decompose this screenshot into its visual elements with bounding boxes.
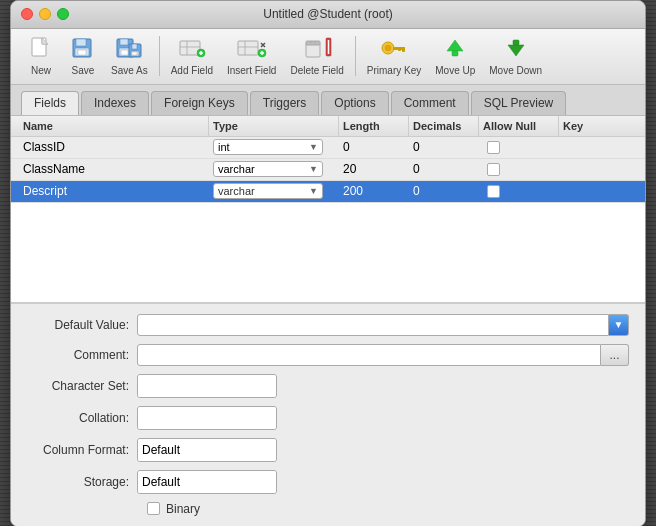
row1-type-select[interactable]: int ▼ (213, 139, 323, 155)
col-allow-null: Allow Null (479, 116, 559, 136)
svg-rect-37 (402, 47, 405, 52)
col-name: Name (19, 116, 209, 136)
row1-type-arrow: ▼ (309, 142, 318, 152)
add-field-label: Add Field (171, 65, 213, 76)
save-label: Save (72, 65, 95, 76)
delete-field-label: Delete Field (290, 65, 343, 76)
save-as-button[interactable]: Save As (105, 35, 154, 78)
table-row[interactable]: ClassID int ▼ 0 0 (11, 137, 645, 159)
row2-allow-null-checkbox[interactable] (487, 163, 500, 176)
row3-allow-null (479, 183, 559, 200)
svg-rect-38 (398, 47, 401, 51)
add-field-button[interactable]: Add Field (165, 35, 219, 78)
default-value-input[interactable] (137, 314, 609, 336)
tab-options[interactable]: Options (321, 91, 388, 115)
save-button[interactable]: Save (63, 35, 103, 78)
insert-field-label: Insert Field (227, 65, 276, 76)
comment-label: Comment: (27, 348, 137, 362)
svg-rect-29 (306, 41, 320, 45)
storage-row: Storage: ▲ ▼ (27, 470, 629, 494)
storage-select: ▲ ▼ (137, 470, 277, 494)
table-row[interactable]: Descript varchar ▼ 200 0 (11, 181, 645, 203)
collation-row: Collation: ▲ ▼ (27, 406, 629, 430)
col-type: Type (209, 116, 339, 136)
move-down-button[interactable]: Move Down (483, 35, 548, 78)
tab-fields[interactable]: Fields (21, 91, 79, 115)
collation-select: ▲ ▼ (137, 406, 277, 430)
collation-label: Collation: (27, 411, 137, 425)
row2-type-select[interactable]: varchar ▼ (213, 161, 323, 177)
row3-key (559, 189, 619, 193)
close-button[interactable] (21, 8, 33, 20)
save-icon (71, 37, 95, 63)
svg-point-35 (385, 45, 391, 51)
svg-rect-13 (132, 52, 137, 55)
add-field-icon (178, 37, 206, 63)
move-up-icon (444, 37, 466, 63)
tab-comment[interactable]: Comment (391, 91, 469, 115)
tab-foreign-keys[interactable]: Foreign Keys (151, 91, 248, 115)
delete-field-button[interactable]: Delete Field (284, 35, 349, 78)
binary-label: Binary (166, 502, 200, 516)
character-set-label: Character Set: (27, 379, 137, 393)
toolbar-separator-2 (355, 36, 356, 76)
comment-input[interactable] (137, 344, 601, 366)
comment-dots-button[interactable]: ... (601, 344, 629, 366)
table-row[interactable]: ClassName varchar ▼ 20 0 (11, 159, 645, 181)
new-icon (29, 37, 53, 63)
binary-checkbox[interactable] (147, 502, 160, 515)
default-value-arrow-btn[interactable]: ▼ (609, 314, 629, 336)
character-set-input[interactable] (138, 375, 277, 397)
move-up-button[interactable]: Move Up (429, 35, 481, 78)
svg-rect-40 (452, 51, 458, 56)
svg-rect-20 (238, 41, 258, 55)
row3-allow-null-checkbox[interactable] (487, 185, 500, 198)
column-format-select: ▲ ▼ (137, 438, 277, 462)
row1-decimals: 0 (409, 138, 479, 156)
minimize-button[interactable] (39, 8, 51, 20)
svg-rect-42 (513, 40, 519, 45)
binary-row: Binary (27, 502, 629, 516)
row1-name: ClassID (19, 138, 209, 156)
row3-decimals: 0 (409, 182, 479, 200)
window-title: Untitled @Student (root) (263, 7, 393, 21)
comment-row: Comment: ... (27, 344, 629, 366)
tab-triggers[interactable]: Triggers (250, 91, 320, 115)
row2-type-arrow: ▼ (309, 164, 318, 174)
svg-rect-3 (76, 39, 86, 46)
tab-sql-preview[interactable]: SQL Preview (471, 91, 567, 115)
row3-length: 200 (339, 182, 409, 200)
storage-input[interactable] (138, 471, 277, 493)
save-as-icon (115, 37, 143, 63)
row1-length: 0 (339, 138, 409, 156)
toolbar: New Save (11, 29, 645, 85)
delete-field-icon (302, 37, 332, 63)
column-format-input[interactable] (138, 439, 277, 461)
row3-type-select[interactable]: varchar ▼ (213, 183, 323, 199)
new-button[interactable]: New (21, 35, 61, 78)
column-format-row: Column Format: ▲ ▼ (27, 438, 629, 462)
primary-key-label: Primary Key (367, 65, 421, 76)
collation-input[interactable] (138, 407, 277, 429)
svg-marker-39 (447, 40, 463, 51)
row2-key (559, 167, 619, 171)
row2-decimals: 0 (409, 160, 479, 178)
row1-allow-null-checkbox[interactable] (487, 141, 500, 154)
insert-field-button[interactable]: Insert Field (221, 35, 282, 78)
character-set-select: ▲ ▼ (137, 374, 277, 398)
primary-key-button[interactable]: Primary Key (361, 35, 427, 78)
default-value-row: Default Value: ▼ (27, 314, 629, 336)
move-down-icon (505, 37, 527, 63)
row2-type: varchar ▼ (209, 159, 339, 179)
col-key: Key (559, 116, 619, 136)
maximize-button[interactable] (57, 8, 69, 20)
table-body: ClassID int ▼ 0 0 ClassName (11, 137, 645, 203)
svg-rect-7 (120, 39, 128, 45)
column-format-label: Column Format: (27, 443, 137, 457)
toolbar-separator-1 (159, 36, 160, 76)
tab-indexes[interactable]: Indexes (81, 91, 149, 115)
comment-input-wrapper: ... (137, 344, 629, 366)
titlebar: Untitled @Student (root) (11, 1, 645, 29)
storage-label: Storage: (27, 475, 137, 489)
fields-table: Name Type Length Decimals Allow Null Key… (11, 116, 645, 304)
